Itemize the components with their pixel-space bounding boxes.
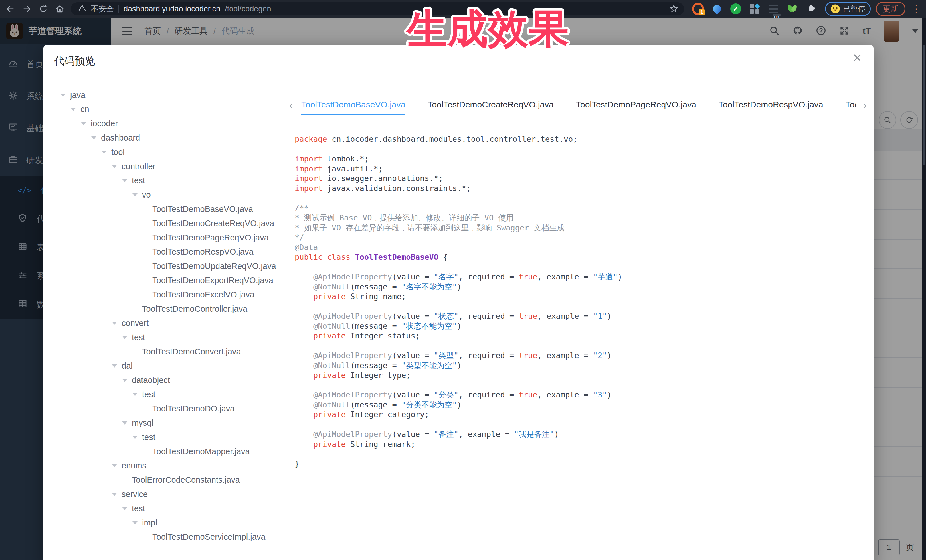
- code-line: private String remark;: [295, 439, 865, 449]
- page-scrollbar[interactable]: [922, 18, 926, 560]
- close-icon[interactable]: ×: [853, 50, 861, 65]
- file-tab[interactable]: ToolTestDemoRespVO.java: [719, 95, 823, 115]
- tree-expand-caret-icon[interactable]: [91, 136, 101, 139]
- tree-node-label: ToolTestDemoExcelVO.java: [152, 290, 254, 299]
- tree-node-label: impl: [142, 518, 157, 527]
- tree-expand-caret-icon[interactable]: [132, 436, 142, 439]
- tree-node[interactable]: java: [61, 88, 312, 102]
- tree-node-label: enums: [121, 461, 146, 471]
- tree-node-label: vo: [142, 190, 151, 199]
- file-tab[interactable]: ToolTestDemoPageReqVO.java: [576, 95, 696, 115]
- code-line: @NotNull(message = "类型不能为空"): [295, 361, 865, 371]
- on-badge: on: [773, 14, 781, 16]
- tree-expand-caret-icon[interactable]: [132, 521, 142, 524]
- extension-badge: 1: [699, 9, 705, 15]
- code-line: private String name;: [295, 292, 865, 302]
- tree-node[interactable]: dataobject: [61, 373, 312, 387]
- tree-node-label: test: [142, 390, 156, 399]
- tree-node[interactable]: test: [61, 501, 312, 516]
- tree-expand-caret-icon[interactable]: [101, 151, 111, 154]
- tree-expand-caret-icon[interactable]: [122, 421, 132, 424]
- tree-node-label: mysql: [132, 418, 153, 428]
- tree-expand-caret-icon[interactable]: [132, 393, 142, 396]
- tree-node[interactable]: dal: [61, 359, 312, 373]
- file-tabs: ToolTestDemoBaseVO.javaToolTestDemoCreat…: [301, 95, 856, 115]
- tree-expand-caret-icon[interactable]: [112, 165, 121, 168]
- tree-expand-caret-icon[interactable]: [112, 364, 121, 368]
- file-tab[interactable]: ToolTestDemoBaseVO.java: [301, 95, 406, 115]
- tree-expand-caret-icon[interactable]: [61, 94, 70, 97]
- code-line: /**: [295, 203, 865, 213]
- tree-node[interactable]: enums: [61, 459, 312, 473]
- tree-expand-caret-icon[interactable]: [122, 179, 132, 182]
- tree-node-label: test: [132, 333, 145, 342]
- tree-node[interactable]: test: [61, 387, 312, 402]
- profile-paused-pill[interactable]: 已暂停: [825, 2, 871, 16]
- tree-node[interactable]: ToolTestDemoUpdateReqVO.java: [61, 259, 312, 273]
- tree-node[interactable]: cn: [61, 102, 312, 116]
- tree-expand-caret-icon[interactable]: [81, 122, 91, 125]
- tree-node[interactable]: impl: [61, 516, 312, 530]
- tree-node-label: iocoder: [91, 119, 118, 128]
- tree-node[interactable]: ToolTestDemoExcelVO.java: [61, 287, 312, 302]
- tree-node[interactable]: ToolTestDemoController.java: [61, 302, 312, 316]
- tabs-scroll-left-icon[interactable]: ‹: [289, 99, 293, 112]
- tree-node-label: ToolTestDemoDO.java: [152, 404, 235, 414]
- tree-node[interactable]: convert: [61, 316, 312, 330]
- puzzle-extensions-icon[interactable]: [805, 3, 817, 15]
- squares-extension-icon[interactable]: [749, 3, 761, 15]
- tree-node[interactable]: test: [61, 430, 312, 444]
- tree-node[interactable]: ToolTestDemoDO.java: [61, 402, 312, 416]
- file-tab[interactable]: ToolTestDemoCreateReqVO.java: [428, 95, 554, 115]
- tree-node[interactable]: ToolTestDemoCreateReqVO.java: [61, 216, 312, 230]
- tree-node[interactable]: ToolTestDemoConvert.java: [61, 344, 312, 359]
- tree-node[interactable]: ToolTestDemoMapper.java: [61, 444, 312, 459]
- tree-node[interactable]: ToolTestDemoExportReqVO.java: [61, 273, 312, 287]
- tree-node[interactable]: ToolTestDemoBaseVO.java: [61, 202, 312, 216]
- reload-icon[interactable]: [38, 3, 49, 15]
- file-tab[interactable]: ToolTe: [846, 95, 856, 115]
- tree-node[interactable]: tool: [61, 145, 312, 159]
- update-button[interactable]: 更新: [876, 2, 905, 16]
- code-line: @NotNull(message = "状态不能为空"): [295, 322, 865, 331]
- scrollbar-thumb[interactable]: [923, 45, 925, 165]
- code-line: package cn.iocoder.dashboard.modules.too…: [295, 134, 865, 144]
- tree-expand-caret-icon[interactable]: [122, 507, 132, 510]
- code-line: }: [295, 459, 865, 469]
- tree-expand-caret-icon[interactable]: [71, 108, 80, 111]
- code-line: @ApiModelProperty(value = "类型", required…: [295, 351, 865, 361]
- list-on-extension-icon[interactable]: on: [767, 3, 779, 15]
- tree-node[interactable]: ToolTestDemoServiceImpl.java: [61, 530, 312, 544]
- green-check-extension-icon[interactable]: ✓: [730, 3, 742, 15]
- tree-node[interactable]: controller: [61, 159, 312, 174]
- blue-pin-extension-icon[interactable]: [711, 3, 723, 15]
- tree-node[interactable]: ToolTestDemoRespVO.java: [61, 245, 312, 259]
- back-icon[interactable]: [5, 3, 16, 15]
- tree-node[interactable]: mysql: [61, 416, 312, 430]
- plant-extension-icon[interactable]: [786, 3, 798, 15]
- tree-expand-caret-icon[interactable]: [112, 322, 121, 325]
- code-line: @Data: [295, 243, 865, 253]
- browser-menu-icon[interactable]: ⋮: [911, 4, 921, 14]
- forward-icon[interactable]: [21, 3, 33, 15]
- tree-node[interactable]: ToolErrorCodeConstants.java: [61, 473, 312, 487]
- code-line: @NotNull(message = "名字不能为空"): [295, 282, 865, 292]
- tree-node[interactable]: dashboard: [61, 131, 312, 145]
- tree-expand-caret-icon[interactable]: [112, 464, 121, 467]
- orange-ring-extension-icon[interactable]: 1: [692, 3, 704, 15]
- tree-node[interactable]: vo: [61, 188, 312, 202]
- tree-expand-caret-icon[interactable]: [122, 336, 132, 339]
- tree-node[interactable]: service: [61, 487, 312, 501]
- tree-expand-caret-icon[interactable]: [112, 493, 121, 496]
- bookmark-star-icon[interactable]: [669, 4, 678, 14]
- tree-expand-caret-icon[interactable]: [132, 193, 142, 196]
- tabs-scroll-right-icon[interactable]: ›: [863, 99, 867, 112]
- url-bar[interactable]: 不安全 dashboard.yudao.iocoder.cn /tool/cod…: [71, 2, 684, 15]
- tree-node[interactable]: ToolTestDemoPageReqVO.java: [61, 230, 312, 245]
- tree-expand-caret-icon[interactable]: [122, 379, 132, 382]
- tree-node[interactable]: iocoder: [61, 116, 312, 131]
- tree-node[interactable]: test: [61, 174, 312, 188]
- tree-node[interactable]: test: [61, 330, 312, 344]
- home-icon[interactable]: [54, 3, 66, 15]
- code-line: @ApiModelProperty(value = "分类", required…: [295, 390, 865, 400]
